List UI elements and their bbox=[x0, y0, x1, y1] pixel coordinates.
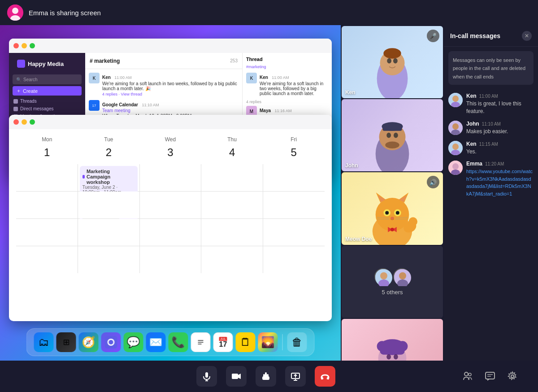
pumble-search[interactable]: 🔍 Search bbox=[13, 74, 82, 84]
john-msg-text: Makes job easier. bbox=[466, 128, 534, 135]
pumble-create-button[interactable]: ＋Create bbox=[13, 86, 82, 96]
cal-cell-tue-4 bbox=[78, 246, 139, 273]
cal-cell-tue-3 bbox=[78, 219, 139, 246]
day-wed: Wed bbox=[139, 136, 201, 143]
thread-replies: 4 replies bbox=[246, 100, 328, 104]
main-area: Happy Media 🔍 Search ＋Create Threads bbox=[0, 25, 538, 392]
date-4: 4 bbox=[201, 146, 263, 159]
cal-cell-wed-3 bbox=[140, 219, 201, 246]
cal-cell-tue-1: Marketing Campaign workshop Tuesday, Jun… bbox=[78, 164, 139, 191]
calendar-window: Mon Tue Wed Thu Fri 1 2 3 4 5 bbox=[9, 115, 332, 321]
messages-panel: In-call messages ✕ Messages can only be … bbox=[444, 25, 538, 392]
date-3: 3 bbox=[139, 146, 201, 159]
day-tue: Tue bbox=[78, 136, 140, 143]
thread-ken-avatar: K bbox=[246, 73, 257, 83]
cal-time: 11:10 AM bbox=[142, 103, 159, 107]
video-tile-others: 5 others bbox=[342, 246, 443, 318]
camera-button[interactable] bbox=[226, 366, 247, 387]
dock-finder-icon[interactable]: 🗂 bbox=[34, 332, 54, 352]
cal-body: Mon Tue Wed Thu Fri 1 2 3 4 5 bbox=[9, 129, 332, 280]
cal-dates-header: 1 2 3 4 5 bbox=[16, 146, 325, 164]
cal-cell-fri-1 bbox=[263, 164, 325, 191]
svg-point-65 bbox=[452, 144, 459, 150]
svg-point-33 bbox=[396, 211, 399, 215]
svg-point-34 bbox=[390, 217, 394, 220]
dock-messages-icon[interactable]: 💬 bbox=[124, 332, 143, 352]
ken-msg-time: 11:00 AM bbox=[479, 94, 498, 99]
dock-trash-icon[interactable]: 🗑 bbox=[287, 332, 307, 352]
date-2: 2 bbox=[78, 146, 140, 159]
dock-photos-icon[interactable]: 🌄 bbox=[258, 332, 278, 352]
ken-avatar: K bbox=[89, 73, 100, 83]
cal-cell-thu-4 bbox=[201, 246, 263, 273]
nav-threads[interactable]: Threads bbox=[9, 97, 85, 105]
cal-cell-thu-1 bbox=[201, 164, 263, 191]
dock-carplay-icon[interactable] bbox=[101, 332, 121, 352]
cal-cell-mon-4 bbox=[16, 246, 78, 273]
other-avatar-2 bbox=[393, 268, 410, 285]
john-msg-body: John 11:10 AM Makes job easier. bbox=[466, 121, 534, 135]
cal-days-header: Mon Tue Wed Thu Fri bbox=[16, 136, 325, 143]
others-avatars bbox=[374, 268, 410, 285]
pumble-logo: Happy Media bbox=[13, 58, 68, 70]
svg-point-14 bbox=[393, 58, 398, 64]
raise-hand-button[interactable] bbox=[256, 366, 276, 387]
dock-reminders-icon[interactable] bbox=[191, 332, 211, 352]
messages-close-button[interactable]: ✕ bbox=[522, 31, 532, 41]
thread-channel: #marketing bbox=[246, 65, 328, 69]
microphone-button[interactable] bbox=[196, 366, 217, 387]
svg-point-20 bbox=[394, 133, 398, 138]
day-fri: Fri bbox=[263, 136, 325, 143]
msg-item-emma: Emma 11:20 AM https://www.youtube.com/wa… bbox=[448, 161, 534, 197]
msg-sender: Ken bbox=[102, 75, 111, 80]
date-1: 1 bbox=[16, 146, 78, 159]
cal-event-link[interactable]: Team meeting bbox=[102, 108, 239, 113]
channel-header: # marketing 253 bbox=[85, 53, 242, 69]
svg-point-68 bbox=[452, 163, 459, 170]
cal-cell-thu-2 bbox=[201, 192, 263, 218]
cal-cell-wed-1 bbox=[140, 164, 201, 191]
svg-rect-16 bbox=[384, 51, 400, 57]
dock-safari-icon[interactable]: 🧭 bbox=[79, 332, 99, 352]
svg-rect-78 bbox=[262, 376, 269, 380]
svg-point-43 bbox=[390, 228, 394, 231]
cal-cell-thu-3 bbox=[201, 219, 263, 246]
svg-marker-90 bbox=[487, 379, 490, 381]
dock-launchpad-icon[interactable]: ⊞ bbox=[56, 332, 76, 352]
participants-icon[interactable] bbox=[460, 369, 475, 384]
dock-mail-icon[interactable]: ✉️ bbox=[146, 332, 166, 352]
cal-titlebar bbox=[9, 115, 332, 129]
day-thu: Thu bbox=[201, 136, 263, 143]
share-screen-button[interactable] bbox=[285, 366, 306, 387]
svg-point-23 bbox=[385, 142, 399, 149]
svg-point-55 bbox=[397, 341, 408, 352]
svg-point-32 bbox=[385, 211, 389, 215]
ken-msg-text-2: Yes. bbox=[466, 148, 534, 156]
video-tile-cat: 🔊 Meow Doe bbox=[342, 172, 443, 244]
svg-point-13 bbox=[387, 58, 391, 64]
msg-time: 11:00 AM bbox=[114, 75, 131, 80]
emma-msg-link[interactable]: https://www.youtube.com/watch?v=k5mX3NkA… bbox=[466, 168, 534, 197]
pumble-titlebar bbox=[9, 39, 332, 53]
cat-label: Meow Doe bbox=[345, 236, 372, 242]
messages-info-text: Messages can only be seen by people in t… bbox=[453, 57, 525, 79]
svg-point-1 bbox=[12, 8, 18, 14]
svg-point-85 bbox=[464, 372, 468, 376]
others-count-label: 5 others bbox=[382, 289, 403, 296]
dock-facetime-icon[interactable]: 📞 bbox=[169, 332, 188, 352]
svg-rect-73 bbox=[232, 374, 238, 379]
messages-info-box: Messages can only be seen by people in t… bbox=[448, 51, 534, 85]
john-msg-sender: John bbox=[466, 121, 479, 127]
john-label: John bbox=[345, 162, 358, 169]
settings-icon[interactable] bbox=[505, 369, 520, 384]
end-call-button[interactable] bbox=[315, 366, 335, 387]
dock-calendar-icon[interactable]: JUL 17 bbox=[213, 332, 233, 352]
day-mon: Mon bbox=[16, 136, 78, 143]
minimize-dot bbox=[22, 43, 27, 48]
cal-cell-tue-2 bbox=[78, 192, 139, 218]
reply-count[interactable]: 4 replies · View thread bbox=[102, 92, 239, 96]
nav-direct-messages[interactable]: Direct messages bbox=[9, 105, 85, 113]
svg-point-86 bbox=[469, 373, 471, 376]
chat-icon[interactable] bbox=[482, 369, 498, 384]
dock-notes-icon[interactable]: 🗒 bbox=[236, 332, 256, 352]
